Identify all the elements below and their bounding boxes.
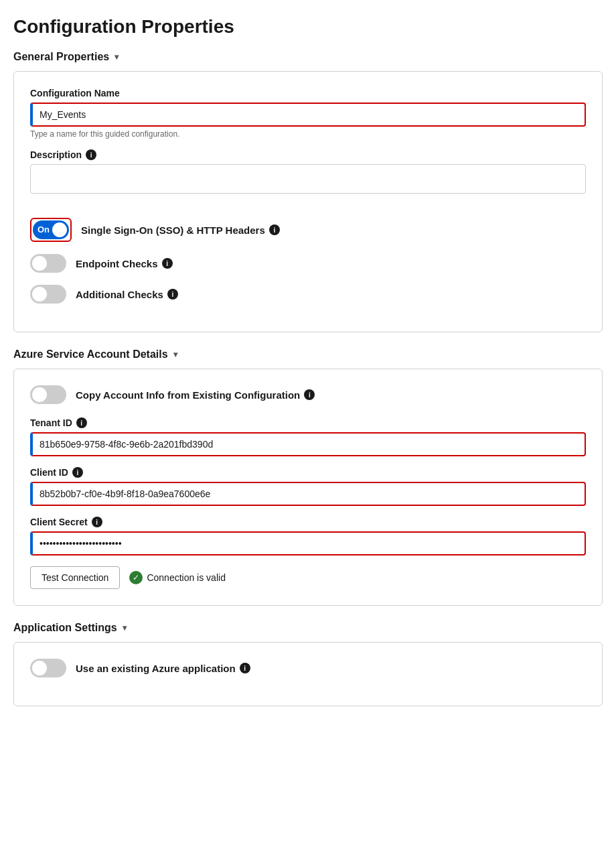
app-section-header[interactable]: Application Settings ▾	[13, 622, 603, 634]
tenant-id-info-icon: i	[76, 417, 87, 428]
connection-valid-icon: ✓	[129, 571, 143, 584]
page-title: Configuration Properties	[13, 16, 603, 38]
additional-toggle-row: Additional Checks i	[30, 285, 586, 304]
sso-label: Single Sign-On (SSO) & HTTP Headers i	[81, 224, 280, 236]
client-id-input[interactable]	[30, 482, 586, 506]
client-secret-group: Client Secret i	[30, 517, 586, 556]
copy-account-toggle-row: Copy Account Info from Existing Configur…	[30, 385, 586, 404]
azure-section-header[interactable]: Azure Service Account Details ▾	[13, 348, 603, 361]
additional-toggle[interactable]	[30, 285, 66, 304]
client-secret-info-icon: i	[92, 517, 102, 527]
use-existing-toggle-row: Use an existing Azure application i	[30, 659, 586, 677]
endpoint-toggle-track	[30, 254, 66, 273]
client-secret-input[interactable]	[30, 531, 586, 556]
sso-toggle-label: On	[37, 224, 50, 235]
azure-section-title: Azure Service Account Details	[13, 348, 168, 361]
endpoint-info-icon: i	[162, 258, 173, 269]
sso-toggle-track: On	[33, 220, 69, 239]
general-section-title: General Properties	[13, 51, 109, 63]
endpoint-toggle-row: Endpoint Checks i	[30, 254, 586, 273]
tenant-id-label: Tenant ID i	[30, 417, 586, 428]
general-section-card: Configuration Name Type a name for this …	[13, 71, 603, 332]
use-existing-toggle[interactable]	[30, 659, 66, 677]
copy-account-toggle-track	[30, 385, 66, 404]
connection-status: ✓ Connection is valid	[129, 571, 226, 584]
azure-section-card: Copy Account Info from Existing Configur…	[13, 369, 603, 606]
app-chevron-icon: ▾	[123, 623, 127, 633]
use-existing-info-icon: i	[240, 663, 250, 673]
client-secret-label: Client Secret i	[30, 517, 586, 527]
description-info-icon: i	[86, 149, 96, 160]
copy-account-info-icon: i	[304, 389, 315, 400]
additional-label: Additional Checks i	[76, 289, 178, 300]
general-chevron-icon: ▾	[114, 52, 119, 62]
additional-info-icon: i	[167, 289, 178, 300]
client-id-label: Client ID i	[30, 467, 586, 478]
additional-toggle-thumb	[32, 287, 47, 302]
sso-toggle-wrapper[interactable]: On	[30, 218, 72, 242]
copy-account-label: Copy Account Info from Existing Configur…	[76, 389, 315, 401]
azure-chevron-icon: ▾	[173, 350, 177, 359]
sso-toggle-thumb	[52, 222, 67, 237]
use-existing-toggle-track	[30, 659, 66, 677]
additional-toggle-track	[30, 285, 66, 304]
sso-info-icon: i	[269, 224, 280, 235]
test-connection-button[interactable]: Test Connection	[30, 566, 120, 589]
tenant-id-group: Tenant ID i	[30, 417, 586, 456]
copy-account-toggle-thumb	[32, 387, 47, 402]
use-existing-toggle-thumb	[32, 661, 47, 675]
copy-account-toggle[interactable]	[30, 385, 66, 404]
general-section-header[interactable]: General Properties ▾	[13, 51, 603, 63]
endpoint-label: Endpoint Checks i	[76, 258, 173, 269]
client-id-group: Client ID i	[30, 467, 586, 506]
description-label: Description i	[30, 149, 586, 160]
endpoint-toggle-thumb	[32, 256, 47, 271]
client-id-info-icon: i	[72, 467, 83, 478]
description-group: Description i	[30, 149, 586, 207]
tenant-id-input[interactable]	[30, 432, 586, 456]
sso-toggle-row: On Single Sign-On (SSO) & HTTP Headers i	[30, 218, 586, 242]
use-existing-label: Use an existing Azure application i	[76, 663, 250, 674]
app-section-title: Application Settings	[13, 622, 117, 634]
app-section-card: Use an existing Azure application i	[13, 642, 603, 706]
description-input[interactable]	[30, 164, 586, 194]
endpoint-toggle[interactable]	[30, 254, 66, 273]
test-connection-row: Test Connection ✓ Connection is valid	[30, 566, 586, 589]
config-name-label: Configuration Name	[30, 88, 586, 99]
config-name-input[interactable]	[30, 103, 586, 127]
config-name-group: Configuration Name Type a name for this …	[30, 88, 586, 139]
sso-toggle[interactable]: On	[33, 220, 69, 239]
config-name-hint: Type a name for this guided configuratio…	[30, 129, 586, 139]
